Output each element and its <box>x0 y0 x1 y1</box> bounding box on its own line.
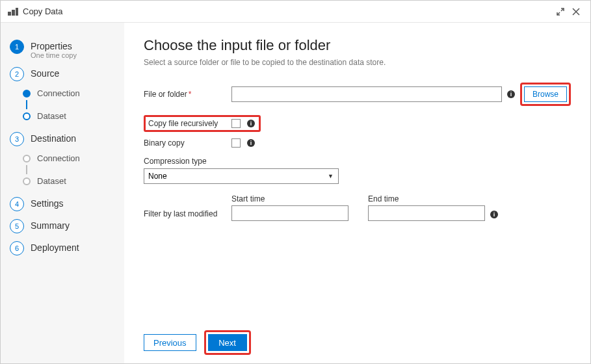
file-or-folder-row: File or folder* i Browse <box>144 83 571 106</box>
substep-label: Connection <box>37 88 80 98</box>
copy-recursively-row: Copy file recursively i <box>144 115 571 132</box>
compression-section: Compression type <box>144 157 571 184</box>
step-title: Destination <box>31 133 76 144</box>
maximize-icon[interactable] <box>553 4 568 20</box>
step-properties[interactable]: 1 Properties One time copy <box>1 36 124 63</box>
filter-last-modified-label: Filter by last modified <box>144 209 231 221</box>
compression-type-select[interactable] <box>144 168 339 184</box>
end-time-group: End time <box>368 194 485 221</box>
close-icon[interactable] <box>568 4 584 20</box>
substep-source-connection[interactable]: Connection <box>14 86 124 100</box>
wizard-footer: Previous Next <box>144 321 571 355</box>
next-button[interactable]: Next <box>208 334 247 351</box>
copy-recursively-label: Copy file recursively <box>148 119 231 128</box>
svg-rect-1 <box>12 10 15 16</box>
step-source[interactable]: 2 Source <box>1 63 124 85</box>
copy-recursively-checkbox[interactable] <box>231 119 241 128</box>
step-subtitle: One time copy <box>31 51 77 59</box>
binary-copy-checkbox[interactable] <box>231 138 241 148</box>
end-time-input[interactable] <box>368 205 485 221</box>
svg-rect-0 <box>8 12 11 16</box>
substep-destination-dataset[interactable]: Dataset <box>14 174 124 188</box>
step-number-1: 1 <box>10 40 24 54</box>
main-content: Choose the input file or folder Select a… <box>124 23 590 364</box>
step-title: Properties <box>31 41 77 51</box>
source-substeps: Connection Dataset <box>14 85 124 128</box>
substep-dot <box>23 112 31 120</box>
wizard-sidebar: 1 Properties One time copy 2 Source Conn… <box>1 23 124 364</box>
destination-substeps: Connection Dataset <box>14 150 124 193</box>
start-time-label: Start time <box>231 194 348 203</box>
next-highlight: Next <box>204 330 251 355</box>
step-title: Settings <box>31 198 64 209</box>
window-title: Copy Data <box>23 6 553 16</box>
compression-type-label: Compression type <box>144 157 571 166</box>
substep-source-dataset[interactable]: Dataset <box>14 109 124 123</box>
step-title: Deployment <box>31 242 79 253</box>
substep-dot <box>23 177 31 185</box>
step-title: Summary <box>31 220 70 231</box>
start-time-input[interactable] <box>231 205 348 221</box>
step-title: Source <box>31 68 59 79</box>
info-icon[interactable]: i <box>507 90 515 98</box>
page-title: Choose the input file or folder <box>144 37 571 54</box>
info-icon[interactable]: i <box>490 211 498 218</box>
step-number-6: 6 <box>10 241 24 255</box>
substep-label: Dataset <box>37 176 66 186</box>
step-settings[interactable]: 4 Settings <box>1 193 124 215</box>
substep-dot <box>23 155 31 162</box>
info-icon[interactable]: i <box>247 120 255 127</box>
page-subtitle: Select a source folder or file to be cop… <box>144 58 571 67</box>
browse-button[interactable]: Browse <box>524 86 567 102</box>
substep-connector <box>26 100 27 109</box>
binary-copy-row: Binary copy i <box>144 138 571 148</box>
step-number-5: 5 <box>10 219 24 233</box>
step-number-3: 3 <box>10 132 24 146</box>
browse-highlight: Browse <box>520 83 571 106</box>
step-number-4: 4 <box>10 197 24 211</box>
previous-button[interactable]: Previous <box>144 334 196 351</box>
info-icon[interactable]: i <box>247 139 255 147</box>
binary-copy-label: Binary copy <box>144 138 231 148</box>
svg-rect-2 <box>16 8 18 16</box>
step-deployment[interactable]: 6 Deployment <box>1 237 124 259</box>
file-or-folder-input[interactable] <box>231 86 502 102</box>
substep-label: Connection <box>37 153 80 163</box>
substep-dot <box>23 90 31 98</box>
substep-destination-connection[interactable]: Connection <box>14 151 124 165</box>
step-number-2: 2 <box>10 67 24 81</box>
step-summary[interactable]: 5 Summary <box>1 215 124 237</box>
filter-last-modified-row: Filter by last modified Start time End t… <box>144 194 571 221</box>
substep-label: Dataset <box>37 111 66 121</box>
file-or-folder-label: File or folder* <box>144 90 231 99</box>
titlebar: Copy Data <box>1 1 590 23</box>
step-destination[interactable]: 3 Destination <box>1 128 124 150</box>
copy-data-icon <box>7 7 19 16</box>
substep-connector <box>26 165 27 174</box>
copy-recursively-highlight: Copy file recursively i <box>144 115 261 132</box>
start-time-group: Start time <box>231 194 348 221</box>
end-time-label: End time <box>368 194 485 203</box>
